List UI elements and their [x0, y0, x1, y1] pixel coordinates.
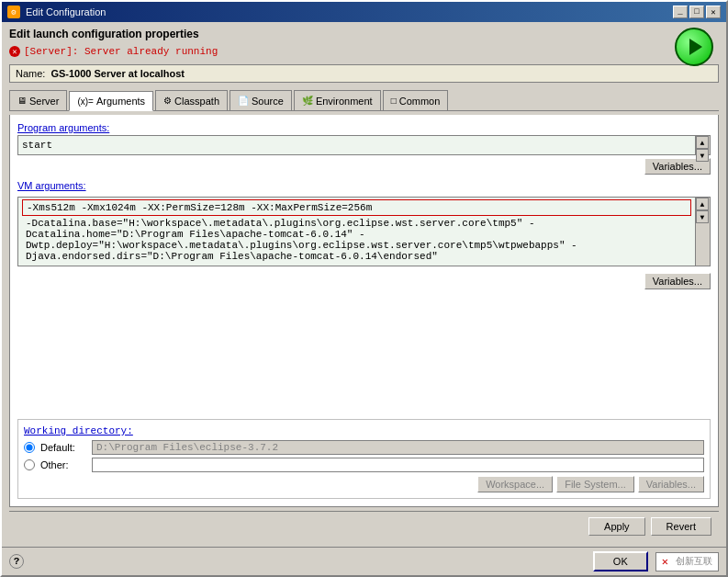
server-tab-icon: 🖥 — [17, 96, 27, 106]
vm-args-section: VM arguments: -Xms512m -Xmx1024m -XX:Per… — [17, 180, 711, 410]
close-button[interactable]: ✕ — [706, 6, 721, 18]
name-label: Name: — [16, 68, 45, 79]
default-radio-label: Default: — [40, 442, 86, 453]
scroll-down-arrow[interactable]: ▼ — [696, 149, 709, 162]
tab-classpath-label: Classpath — [174, 96, 219, 107]
tab-common-label: Common — [399, 96, 441, 107]
vm-args-scrollbar[interactable]: ▲ ▼ — [695, 198, 710, 266]
other-radio[interactable] — [24, 459, 35, 470]
arguments-tab-icon: (x)= — [77, 96, 94, 107]
common-tab-icon: □ — [391, 96, 397, 106]
window-icon: ⚙ — [7, 6, 20, 18]
bottom-bar: Apply Revert — [9, 511, 719, 541]
name-bar: Name: GS-1000 Server at localhost — [9, 64, 719, 83]
file-system-button[interactable]: File System... — [556, 476, 634, 492]
other-radio-row: Other: — [24, 458, 704, 472]
vm-scroll-down[interactable]: ▼ — [696, 210, 709, 223]
window-controls: _ □ ✕ — [673, 6, 721, 18]
program-args-scrollbar[interactable]: ▲ ▼ — [695, 136, 710, 154]
name-value: GS-1000 Server at localhost — [50, 68, 185, 79]
error-icon: ✕ — [9, 46, 20, 57]
page-title: Edit launch configuration properties — [9, 28, 719, 40]
default-directory-input[interactable] — [92, 440, 704, 455]
wd-variables-button[interactable]: Variables... — [638, 476, 704, 492]
maximize-button[interactable]: □ — [689, 6, 704, 18]
other-directory-input[interactable] — [92, 458, 704, 472]
program-args-value[interactable]: start — [18, 136, 710, 154]
ok-button[interactable]: OK — [593, 551, 648, 571]
apply-button[interactable]: Apply — [588, 517, 645, 536]
watermark-area: ✕ 创新互联 — [655, 552, 719, 571]
working-directory-section: Working directory: Default: Other: Works… — [17, 419, 711, 499]
classpath-tab-icon: ⚙ — [163, 96, 172, 106]
tab-bar: 🖥 Server (x)= Arguments ⚙ Classpath 📄 So… — [9, 90, 719, 111]
tab-arguments[interactable]: (x)= Arguments — [69, 91, 153, 111]
other-radio-label: Other: — [40, 459, 86, 470]
default-radio-row: Default: — [24, 440, 704, 455]
tab-server[interactable]: 🖥 Server — [9, 90, 67, 110]
tab-classpath[interactable]: ⚙ Classpath — [155, 90, 228, 110]
revert-button[interactable]: Revert — [651, 517, 711, 536]
default-radio[interactable] — [24, 442, 35, 453]
brand-icon: ✕ — [662, 555, 668, 569]
tab-server-label: Server — [29, 96, 59, 107]
source-tab-icon: 📄 — [238, 96, 249, 106]
main-content: Edit launch configuration properties ✕ [… — [2, 22, 726, 547]
environment-tab-icon: 🌿 — [302, 96, 313, 106]
minimize-button[interactable]: _ — [673, 6, 688, 18]
play-icon — [689, 39, 702, 55]
vm-scroll-up[interactable]: ▲ — [696, 198, 709, 210]
workspace-button[interactable]: Workspace... — [477, 476, 553, 492]
window-title: Edit Configuration — [26, 6, 667, 17]
vm-args-variables-button[interactable]: Variables... — [644, 273, 711, 289]
error-text: [Server]: Server already running — [24, 46, 218, 57]
scroll-up-arrow[interactable]: ▲ — [696, 136, 709, 149]
help-icon[interactable]: ? — [9, 554, 24, 569]
working-dir-label: Working directory: — [24, 425, 704, 436]
program-args-label: Program arguments: — [17, 122, 711, 133]
footer-bar: ? OK ✕ 创新互联 — [2, 547, 726, 575]
working-dir-buttons: Workspace... File System... Variables... — [24, 476, 704, 492]
vm-args-highlighted: -Xms512m -Xmx1024m -XX:PermSize=128m -XX… — [22, 199, 691, 216]
tab-source[interactable]: 📄 Source — [230, 90, 292, 110]
tab-arguments-label: Arguments — [96, 96, 145, 107]
vm-args-label: VM arguments: — [17, 180, 711, 191]
tab-common[interactable]: □ Common — [383, 90, 449, 110]
tab-environment-label: Environment — [316, 96, 373, 107]
error-line: ✕ [Server]: Server already running — [9, 46, 719, 57]
tab-source-label: Source — [252, 96, 284, 107]
title-bar: ⚙ Edit Configuration _ □ ✕ — [2, 2, 726, 22]
play-button[interactable] — [675, 28, 713, 66]
watermark-text: 创新互联 — [676, 555, 712, 568]
play-button-area — [675, 28, 713, 66]
program-args-section: Program arguments: start ▲ ▼ Variables..… — [17, 122, 711, 175]
vm-args-rest: -Dcatalina.base="H:\workspace\.metadata\… — [22, 216, 691, 264]
arguments-panel: Program arguments: start ▲ ▼ Variables..… — [9, 115, 719, 507]
tab-environment[interactable]: 🌿 Environment — [294, 90, 381, 110]
